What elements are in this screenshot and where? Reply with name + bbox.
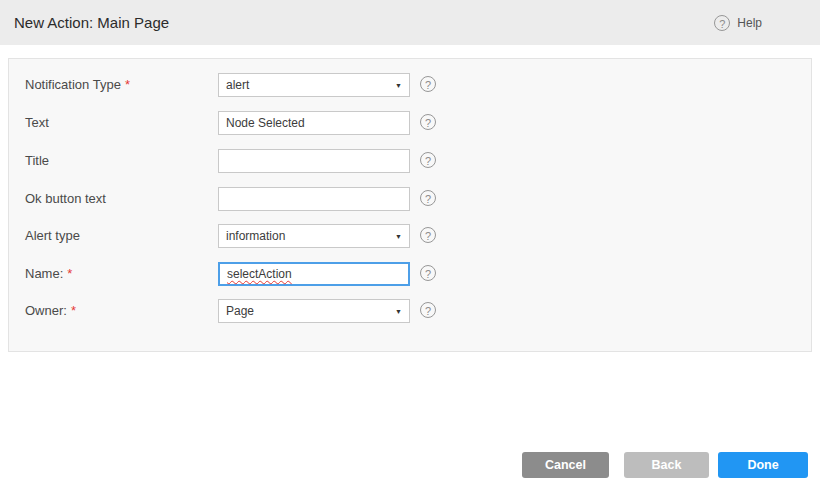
chevron-down-icon: ▼: [395, 233, 402, 240]
selected-value: information: [226, 225, 285, 247]
field-label: Notification Type*: [25, 73, 130, 97]
form-row-title: Title ?: [9, 149, 811, 173]
done-button[interactable]: Done: [718, 452, 808, 478]
chevron-down-icon: ▼: [395, 308, 402, 315]
page-title: New Action: Main Page: [14, 0, 169, 45]
help-icon[interactable]: ?: [420, 190, 436, 206]
field-label: Owner:*: [25, 299, 76, 323]
notification-type-select[interactable]: alert ▼: [218, 73, 410, 97]
field-label: Title: [25, 149, 49, 173]
alert-type-select[interactable]: information ▼: [218, 224, 410, 248]
title-input[interactable]: [218, 149, 410, 173]
help-icon: ?: [714, 15, 730, 31]
help-icon[interactable]: ?: [420, 152, 436, 168]
field-label: Ok button text: [25, 187, 106, 211]
form-row-ok-button-text: Ok button text ?: [9, 187, 811, 211]
help-icon[interactable]: ?: [420, 302, 436, 318]
form-row-text: Text ?: [9, 111, 811, 135]
help-icon[interactable]: ?: [420, 114, 436, 130]
name-input[interactable]: selectAction: [218, 262, 410, 286]
selected-value: Page: [226, 300, 254, 322]
input-value: selectAction: [227, 264, 292, 284]
ok-button-text-input[interactable]: [218, 187, 410, 211]
required-marker: *: [67, 266, 72, 281]
chevron-down-icon: ▼: [395, 82, 402, 89]
form-row-notification-type: Notification Type* alert ▼ ?: [9, 73, 811, 97]
back-button[interactable]: Back: [624, 452, 709, 478]
owner-select[interactable]: Page ▼: [218, 299, 410, 323]
form-row-owner: Owner:* Page ▼ ?: [9, 299, 811, 323]
field-label: Name:*: [25, 262, 72, 286]
required-marker: *: [71, 303, 76, 318]
field-label: Text: [25, 111, 49, 135]
form-row-alert-type: Alert type information ▼ ?: [9, 224, 811, 248]
help-label: Help: [737, 16, 762, 30]
form-row-name: Name:* selectAction ?: [9, 262, 811, 286]
cancel-button[interactable]: Cancel: [522, 452, 609, 478]
help-button[interactable]: ? Help: [714, 0, 762, 45]
required-marker: *: [125, 77, 130, 92]
field-label: Alert type: [25, 224, 80, 248]
help-icon[interactable]: ?: [420, 76, 436, 92]
help-icon[interactable]: ?: [420, 227, 436, 243]
dialog-header: New Action: Main Page ? Help: [0, 0, 820, 45]
help-icon[interactable]: ?: [420, 265, 436, 281]
selected-value: alert: [226, 74, 249, 96]
form-panel: Notification Type* alert ▼ ? Text ? Titl…: [8, 58, 812, 352]
text-input[interactable]: [218, 111, 410, 135]
